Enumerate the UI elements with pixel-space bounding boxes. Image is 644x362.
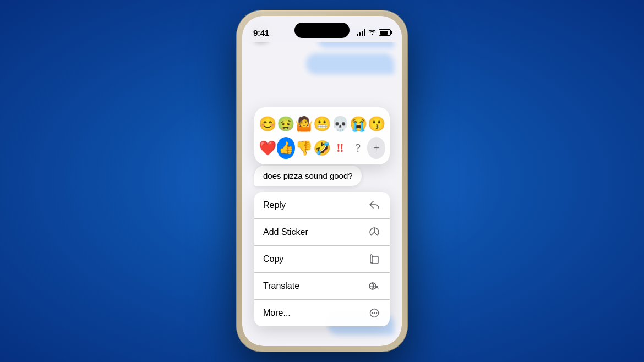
emoji-smiling[interactable]: 😊 (259, 113, 277, 135)
menu-item-more[interactable]: More... (254, 300, 390, 326)
more-label: More... (263, 308, 291, 318)
emoji-crying[interactable]: 😭 (349, 113, 367, 135)
translate-icon (368, 279, 381, 293)
phone-wrapper: 9:41 (237, 10, 407, 352)
emoji-laughing[interactable]: 🤣 (313, 137, 331, 159)
signal-icon (357, 29, 366, 36)
menu-item-translate[interactable]: Translate (254, 273, 390, 300)
menu-item-reply[interactable]: Reply (254, 192, 390, 219)
reply-icon (368, 199, 381, 212)
plus-icon: + (373, 142, 379, 155)
copy-label: Copy (263, 254, 283, 264)
context-menu: Reply Add Sticker (254, 192, 390, 326)
emoji-plus[interactable]: + (367, 137, 385, 159)
sticker-label: Add Sticker (263, 227, 308, 237)
svg-point-5 (376, 312, 377, 314)
status-time: 9:41 (253, 28, 269, 37)
emoji-row-2: ❤️ 👍 👎 🤣 ‼ ? + (259, 137, 385, 159)
emoji-exclaim[interactable]: ‼ (331, 137, 349, 159)
emoji-skull[interactable]: 💀 (331, 113, 349, 135)
svg-point-4 (374, 312, 375, 314)
emoji-nauseated[interactable]: 🤢 (277, 113, 295, 135)
message-bubble: does pizza sound good? (254, 166, 362, 186)
wifi-icon (368, 29, 376, 37)
svg-rect-0 (372, 256, 378, 264)
emoji-thumbsdown[interactable]: 👎 (295, 137, 313, 159)
copy-icon (368, 253, 381, 266)
emoji-picker: 😊 🤢 🤷 😬 💀 😭 😗 ❤️ 👍 👎 🤣 ‼ (254, 107, 390, 164)
dynamic-island (294, 23, 350, 38)
menu-item-copy[interactable]: Copy (254, 246, 390, 273)
phone-screen: 9:41 (242, 16, 402, 346)
emoji-thumbsup[interactable]: 👍 (277, 137, 295, 159)
menu-item-sticker[interactable]: Add Sticker (254, 219, 390, 246)
emoji-question[interactable]: ? (349, 137, 367, 159)
svg-point-3 (372, 312, 373, 314)
translate-label: Translate (263, 281, 299, 291)
battery-icon (379, 29, 391, 36)
overlay-content: 😊 🤢 🤷 😬 💀 😭 😗 ❤️ 👍 👎 🤣 ‼ (242, 42, 402, 346)
emoji-grimacing[interactable]: 😬 (313, 113, 331, 135)
emoji-heart[interactable]: ❤️ (259, 137, 277, 159)
more-icon (368, 306, 381, 320)
message-text: does pizza sound good? (263, 171, 353, 180)
reply-label: Reply (263, 200, 286, 210)
status-icons (357, 29, 391, 37)
sticker-icon (368, 226, 381, 239)
emoji-row-1: 😊 🤢 🤷 😬 💀 😭 😗 (259, 113, 385, 135)
emoji-kissing[interactable]: 😗 (367, 113, 385, 135)
emoji-shrug[interactable]: 🤷 (295, 113, 313, 135)
